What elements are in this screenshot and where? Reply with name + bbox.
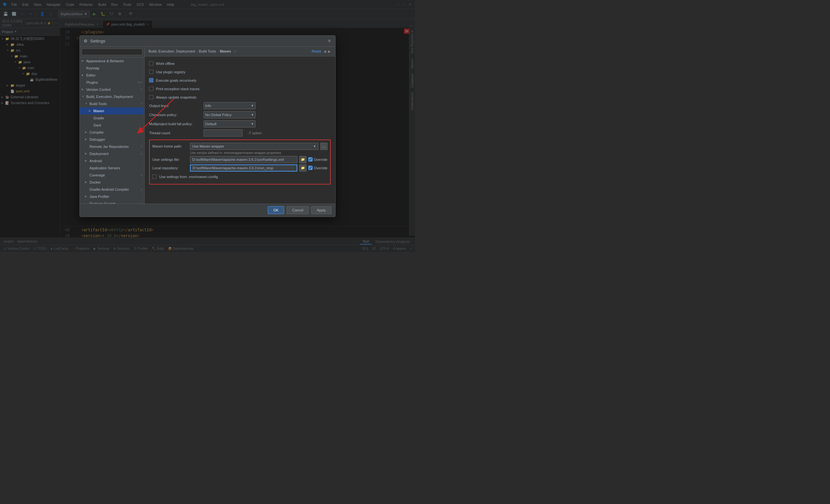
nav-item-editor[interactable]: ▶ Editor — [80, 72, 144, 79]
local-repo-label: Local repository: — [152, 166, 188, 170]
settings-icon[interactable]: ≡ — [141, 145, 142, 148]
nav-item-docker[interactable]: ▶ Docker — [80, 179, 144, 186]
maven-path-hint-text: Use version defined in .mvn/wrapper/mave… — [190, 151, 327, 155]
nav-item-gradle[interactable]: Gradle — [80, 115, 144, 122]
reset-button[interactable]: Reset — [312, 49, 321, 53]
nav-label: Deployment — [90, 152, 108, 156]
chevron-right-icon: ▶ — [85, 131, 88, 134]
print-stack-checkbox[interactable] — [149, 87, 153, 91]
dialog-header: ⚙ Settings ✕ — [80, 36, 335, 47]
settings-icon[interactable]: ≡ — [141, 188, 142, 191]
work-offline-label: Work offline — [156, 62, 175, 65]
chevron-right-icon: ▶ — [85, 138, 88, 141]
nav-back-button[interactable]: ◀ — [323, 50, 327, 53]
settings-icon[interactable]: ≡ — [141, 152, 142, 155]
multiproject-policy-select[interactable]: Default ▼ — [203, 120, 255, 127]
local-repo-override-checkbox[interactable] — [308, 166, 313, 170]
nav-item-java-profiler[interactable]: ▶ Java Profiler — [80, 193, 144, 200]
nav-item-keymap[interactable]: Keymap — [80, 65, 144, 72]
maven-home-row: Maven home path: Use Maven wrapper ▼ … — [152, 143, 327, 150]
user-settings-input[interactable] — [190, 156, 297, 163]
settings-content: Build, Execution, Deployment › Build Too… — [145, 47, 335, 204]
settings-icon[interactable]: ≡ — [141, 88, 142, 91]
nav-item-android[interactable]: ▶ Android — [80, 157, 144, 164]
settings-search-area — [80, 47, 144, 57]
user-settings-override: Override — [308, 157, 327, 161]
apply-button[interactable]: Apply — [311, 206, 331, 214]
update-snapshots-checkbox[interactable] — [149, 95, 153, 99]
nav-item-plugins[interactable]: Plugins ⚙ ≡ — [80, 79, 144, 86]
local-repo-input[interactable] — [190, 164, 297, 171]
settings-icon[interactable]: ≡ — [141, 174, 142, 177]
nav-label: Appearance & Behavior — [86, 59, 124, 63]
maven-home-section: Maven home path: Use Maven wrapper ▼ … U… — [149, 139, 331, 185]
local-repo-browse-button[interactable]: 📁 — [299, 164, 307, 171]
checksum-policy-row: Checksum policy: No Global Policy ▼ — [149, 111, 331, 119]
output-level-value: Info — [205, 104, 211, 108]
ok-button[interactable]: OK — [268, 206, 284, 214]
thread-count-label: Thread count — [149, 131, 201, 135]
checksum-policy-select[interactable]: No Global Policy ▼ — [203, 111, 255, 118]
nav-item-app-servers[interactable]: Application Servers — [80, 164, 144, 171]
nav-item-compiler[interactable]: ▶ Compiler ≡ — [80, 129, 144, 136]
nav-item-gant[interactable]: Gant — [80, 122, 144, 129]
checksum-policy-value: No Global Policy — [205, 113, 231, 117]
nav-item-gradle-android[interactable]: Gradle-Android Compiler ≡ — [80, 186, 144, 193]
execute-goals-checkbox[interactable]: ✓ — [149, 78, 153, 83]
ga-settings-icon: ≡ — [141, 188, 142, 191]
plugins-count-badge: ≡ — [141, 81, 142, 84]
use-settings-mvn-checkbox[interactable] — [152, 175, 157, 179]
gear-icon[interactable]: ⚙ — [137, 81, 140, 84]
nav-label: Build Tools — [90, 102, 107, 106]
nav-label: Java Profiler — [90, 195, 109, 198]
breadcrumb-sep-2: › — [217, 49, 219, 53]
user-settings-browse-button[interactable]: 📁 — [299, 156, 307, 163]
settings-icon[interactable]: ≡ — [141, 131, 142, 134]
settings-icon[interactable]: ≡ — [141, 202, 142, 204]
nav-item-package-search[interactable]: Package Search ≡ — [80, 200, 144, 204]
chevron-down-icon: ▼ — [85, 102, 88, 105]
thread-count-row: Thread count -T option — [149, 129, 331, 137]
nav-forward-button[interactable]: ▶ — [327, 50, 331, 53]
output-level-select[interactable]: Info ▼ — [203, 102, 255, 109]
setting-work-offline-row: Work offline — [149, 60, 331, 67]
cancel-button[interactable]: Cancel — [287, 206, 309, 214]
maven-home-browse-button[interactable]: … — [320, 143, 327, 150]
nav-item-build-execution[interactable]: ▼ Build, Execution, Deployment — [80, 93, 144, 100]
nav-label: Application Servers — [90, 166, 120, 170]
chevron-down-icon: ▼ — [82, 95, 85, 98]
settings-content-header: Build, Execution, Deployment › Build Too… — [145, 47, 335, 57]
nav-item-maven[interactable]: ▶ Maven — [80, 107, 144, 115]
dialog-footer: OK Cancel Apply — [80, 204, 335, 217]
chevron-right-icon: ▶ — [82, 74, 85, 76]
nav-item-debugger[interactable]: ▶ Debugger — [80, 136, 144, 143]
dialog-title: ⚙ Settings — [84, 39, 105, 43]
nav-label: Compiler — [90, 130, 104, 134]
thread-count-input[interactable] — [203, 129, 243, 136]
nav-item-build-tools[interactable]: ▼ Build Tools ≡ — [80, 100, 144, 107]
output-level-label: Output level: — [149, 104, 201, 108]
local-repo-row: Local repository: 📁 Override — [152, 164, 327, 171]
nav-label: Remote Jar Repositories — [90, 145, 129, 149]
nav-item-version-control[interactable]: ▶ Version Control ≡ — [80, 86, 144, 93]
nav-item-deployment[interactable]: ▶ Deployment ≡ — [80, 150, 144, 157]
checksum-policy-label: Checksum policy: — [149, 113, 201, 117]
user-settings-override-checkbox[interactable] — [308, 157, 313, 161]
dialog-close-button[interactable]: ✕ — [327, 38, 331, 43]
settings-search-input[interactable] — [82, 49, 142, 55]
chevron-right-icon: ▶ — [82, 88, 85, 91]
work-offline-checkbox[interactable] — [149, 61, 153, 65]
nav-label: Debugger — [90, 137, 105, 141]
multiproject-policy-value: Default — [205, 122, 217, 126]
nav-item-remote-jar[interactable]: Remote Jar Repositories ≡ — [80, 143, 144, 150]
nav-label: Editor — [86, 73, 96, 77]
maven-home-select[interactable]: Use Maven wrapper ▼ — [190, 143, 318, 150]
nav-item-coverage[interactable]: Coverage ≡ — [80, 171, 144, 179]
nav-item-appearance[interactable]: ▶ Appearance & Behavior — [80, 57, 144, 65]
multiproject-policy-label: Multiproject build fail policy: — [149, 122, 201, 126]
setting-update-snapshots-row: Always update snapshots — [149, 93, 331, 101]
plugin-registry-checkbox[interactable] — [149, 70, 153, 74]
settings-icon[interactable]: ≡ — [141, 102, 142, 105]
setting-plugin-registry-row: Use plugin registry — [149, 68, 331, 76]
nav-label: Maven — [93, 109, 104, 113]
